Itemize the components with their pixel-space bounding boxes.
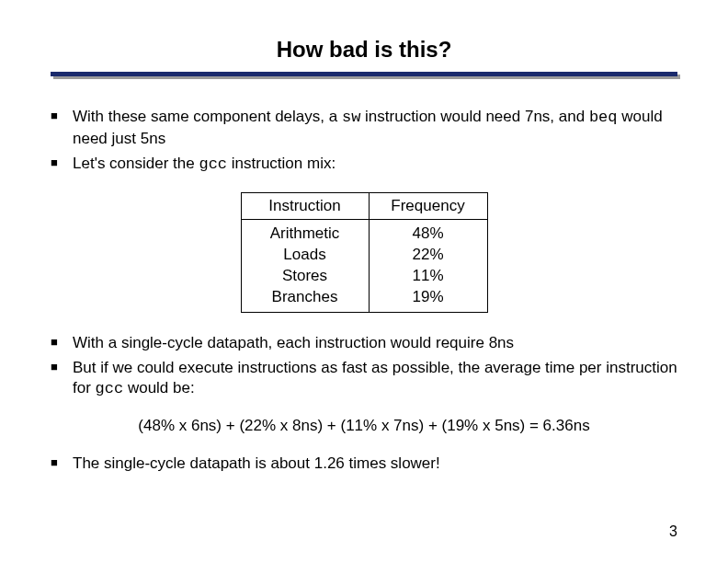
instr-name: Stores	[282, 267, 327, 284]
bullet-list-mid: With a single-cycle datapath, each instr…	[51, 333, 677, 401]
code-span: gcc	[199, 155, 227, 173]
bullet-item: The single-cycle datapath is about 1.26 …	[51, 454, 677, 475]
frequency-table-wrap: Instruction Frequency Arithmetic Loads S…	[51, 192, 677, 313]
instr-name: Arithmetic	[270, 224, 340, 242]
bullet-item: But if we could execute instructions as …	[51, 358, 677, 401]
bullet-item: Let's consider the gcc instruction mix:	[51, 154, 677, 176]
freq-value: 19%	[412, 288, 443, 305]
freq-value: 48%	[412, 224, 443, 242]
bullet-text: The single-cycle datapath is about 1.26 …	[73, 454, 440, 472]
bullet-list-bot: The single-cycle datapath is about 1.26 …	[51, 454, 677, 475]
bullet-text: With a single-cycle datapath, each instr…	[73, 334, 514, 351]
bullet-item: With a single-cycle datapath, each instr…	[51, 333, 677, 354]
instr-name: Branches	[272, 288, 338, 305]
table-cell-instructions: Arithmetic Loads Stores Branches	[241, 219, 369, 312]
code-span: beq	[589, 109, 618, 126]
bullet-text: instruction would need 7ns, and	[360, 108, 589, 125]
calculation-line: (48% x 6ns) + (22% x 8ns) + (11% x 7ns) …	[51, 417, 677, 435]
table-header-cell: Instruction	[241, 192, 369, 219]
table-data-row: Arithmetic Loads Stores Branches 48% 22%…	[241, 219, 487, 312]
bullet-item: With these same component delays, a sw i…	[51, 107, 677, 150]
page-number: 3	[669, 523, 677, 540]
table-header-cell: Frequency	[369, 192, 487, 219]
title-rule-bar	[51, 72, 677, 76]
code-span: sw	[342, 109, 360, 126]
freq-value: 11%	[412, 267, 443, 284]
slide: How bad is this? With these same compone…	[0, 0, 728, 563]
slide-title: How bad is this?	[51, 37, 677, 63]
bullet-text: instruction mix:	[227, 155, 336, 172]
bullet-text: would be:	[123, 379, 195, 396]
code-span: gcc	[96, 380, 124, 397]
table-cell-frequencies: 48% 22% 11% 19%	[369, 219, 487, 312]
frequency-table: Instruction Frequency Arithmetic Loads S…	[241, 192, 488, 313]
bullet-text: Let's consider the	[73, 155, 199, 172]
bullet-text: With these same component delays, a	[73, 108, 342, 125]
table-header-row: Instruction Frequency	[241, 192, 487, 219]
freq-value: 22%	[412, 246, 443, 263]
title-rule	[51, 72, 677, 79]
instr-name: Loads	[283, 246, 325, 263]
bullet-list-top: With these same component delays, a sw i…	[51, 107, 677, 176]
